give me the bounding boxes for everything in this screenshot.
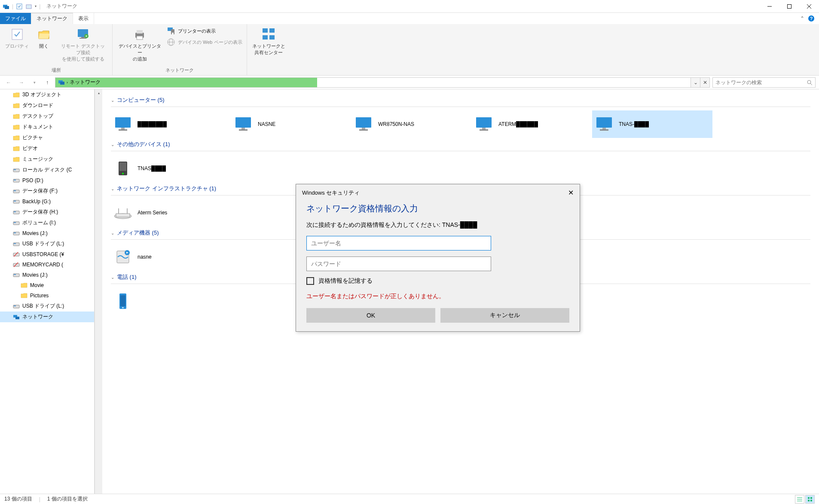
nav-forward-button[interactable]: → <box>16 77 27 88</box>
ribbon-show-printers-button[interactable]: プリンターの表示 <box>166 26 243 36</box>
cancel-button[interactable]: キャンセル <box>440 308 569 323</box>
ribbon-network-sharing-button[interactable]: ネットワークと 共有センター <box>251 26 287 58</box>
tree-item[interactable]: BackUp (G:) <box>0 196 94 207</box>
ribbon-properties-button[interactable]: プロパティ <box>3 26 31 51</box>
svg-rect-1 <box>5 6 9 9</box>
tree-item[interactable]: 3D オブジェクト <box>0 89 94 100</box>
svg-rect-66 <box>359 129 368 131</box>
tree-item[interactable]: PSO (D:) <box>0 175 94 186</box>
tree-item[interactable]: USBSTORAGE (¥ <box>0 249 94 260</box>
dialog-heading: ネットワーク資格情報の入力 <box>306 203 569 214</box>
device-item[interactable]: ████████ <box>111 110 231 138</box>
group-header[interactable]: ⌄コンピューター (5) <box>111 94 810 107</box>
tree-item[interactable]: ネットワーク <box>0 312 94 322</box>
device-label: NASNE <box>258 121 275 127</box>
ribbon: プロパティ 開く リモート デスクトップ接続 を使用して接続する 場所 <box>0 24 819 76</box>
tree-item[interactable]: Movie <box>0 280 94 290</box>
search-icon[interactable] <box>807 79 813 86</box>
tree-item[interactable]: ピクチャ <box>0 132 94 143</box>
tree-item[interactable]: デスクトップ <box>0 111 94 122</box>
svg-rect-69 <box>480 129 488 131</box>
tree-item[interactable]: Movies (J:) <box>0 228 94 238</box>
address-bar[interactable]: › ネットワーク ⌄ ✕ <box>55 77 710 88</box>
ribbon-show-device-web-button[interactable]: デバイスの Web ページの表示 <box>166 37 243 47</box>
tree-item-label: ビデオ <box>22 145 38 152</box>
remember-checkbox[interactable]: 資格情報を記憶する <box>306 277 569 285</box>
nav-recent-dropdown[interactable]: ▾ <box>29 77 40 88</box>
tree-item-icon <box>13 261 20 268</box>
device-item[interactable]: TNAS-████ <box>592 110 712 138</box>
device-item[interactable]: ATERM██████ <box>472 110 592 138</box>
tree-item[interactable]: データ保存 (H:) <box>0 207 94 217</box>
tree-item[interactable]: データ保存 (F:) <box>0 186 94 196</box>
ribbon-open-button[interactable]: 開く <box>33 26 55 51</box>
tree-item[interactable]: Movies (J:) <box>0 270 94 280</box>
device-item[interactable]: nasne <box>111 243 231 271</box>
tree-item[interactable]: USB ドライブ (L:) <box>0 238 94 249</box>
status-selected-count: 1 個の項目を選択 <box>47 495 88 503</box>
tree-item[interactable]: ドキュメント <box>0 122 94 132</box>
search-box[interactable] <box>712 77 816 88</box>
svg-point-75 <box>122 173 124 174</box>
ribbon-remote-desktop-button[interactable]: リモート デスクトップ接続 を使用して接続する <box>57 26 109 64</box>
tree-item[interactable]: MEMORYCARD ( <box>0 260 94 270</box>
maximize-button[interactable] <box>779 0 799 13</box>
minimize-button[interactable] <box>760 0 779 13</box>
ribbon-tabs: ファイル ネットワーク 表示 ⌃ ? <box>0 13 819 24</box>
svg-rect-47 <box>14 243 16 244</box>
nav-up-button[interactable]: ↑ <box>42 77 52 88</box>
search-input[interactable] <box>715 79 807 86</box>
sidebar-scrollbar[interactable]: ▴ <box>95 89 102 494</box>
close-button[interactable] <box>799 0 819 13</box>
password-field[interactable] <box>306 257 491 271</box>
qat-dropdown-icon[interactable]: ▾ <box>35 4 37 8</box>
device-item[interactable]: TNAS████ <box>111 155 231 182</box>
svg-rect-43 <box>14 222 16 223</box>
view-icons-button[interactable] <box>805 495 815 504</box>
address-chevron-icon[interactable]: › <box>67 80 68 85</box>
ok-button[interactable]: OK <box>306 308 435 323</box>
tree-item-label: Movies (J:) <box>22 272 48 278</box>
folder-qat-icon[interactable] <box>25 3 32 10</box>
tree-item[interactable]: ボリューム (I:) <box>0 217 94 228</box>
tree-item[interactable]: USB ドライブ (L:) <box>0 301 94 312</box>
tree-item[interactable]: ミュージック <box>0 154 94 165</box>
tree-item-icon <box>13 230 20 237</box>
tree-item-label: ミュージック <box>22 156 53 163</box>
device-icon <box>353 114 374 134</box>
group-header[interactable]: ⌄その他のデバイス (1) <box>111 138 810 151</box>
svg-rect-24 <box>263 28 268 33</box>
address-dropdown-button[interactable]: ⌄ <box>691 78 700 87</box>
tab-view[interactable]: 表示 <box>73 13 94 24</box>
tree-item[interactable]: ダウンロード <box>0 100 94 111</box>
help-icon[interactable]: ? <box>808 15 815 22</box>
device-item[interactable]: Aterm Series <box>111 199 231 226</box>
svg-rect-17 <box>137 36 143 40</box>
tree-item[interactable]: ビデオ <box>0 143 94 154</box>
username-field[interactable] <box>306 236 491 250</box>
tree-item-label: Movies (J:) <box>22 230 48 236</box>
svg-rect-5 <box>788 4 791 8</box>
tree-item[interactable]: Pictures <box>0 290 94 301</box>
tree-item-label: デスクトップ <box>22 113 53 120</box>
view-details-button[interactable] <box>795 495 804 504</box>
dialog-close-button[interactable]: ✕ <box>568 189 574 197</box>
device-item[interactable]: NASNE <box>231 110 351 138</box>
device-item[interactable] <box>111 287 231 315</box>
nav-back-button[interactable]: ← <box>3 77 14 88</box>
navigation-pane[interactable]: 3D オブジェクトダウンロードデスクトップドキュメントピクチャビデオミュージック… <box>0 89 95 494</box>
tab-network[interactable]: ネットワーク <box>31 13 73 24</box>
device-icon <box>113 291 133 312</box>
tree-item-icon <box>13 134 20 141</box>
tree-item-label: データ保存 (H:) <box>22 208 58 216</box>
properties-qat-icon[interactable] <box>16 3 23 10</box>
collapse-ribbon-icon[interactable]: ⌃ <box>800 15 804 21</box>
address-location[interactable]: ネットワーク <box>70 79 101 86</box>
dialog-title: Windows セキュリティ <box>302 189 360 197</box>
address-stop-button[interactable]: ✕ <box>700 78 709 87</box>
tree-item-icon <box>13 241 20 247</box>
device-item[interactable]: WR8750N-NAS <box>351 110 472 138</box>
tree-item[interactable]: ローカル ディスク (C <box>0 165 94 175</box>
ribbon-add-devices-button[interactable]: デバイスとプリンター の追加 <box>116 26 163 64</box>
tab-file[interactable]: ファイル <box>0 13 31 24</box>
